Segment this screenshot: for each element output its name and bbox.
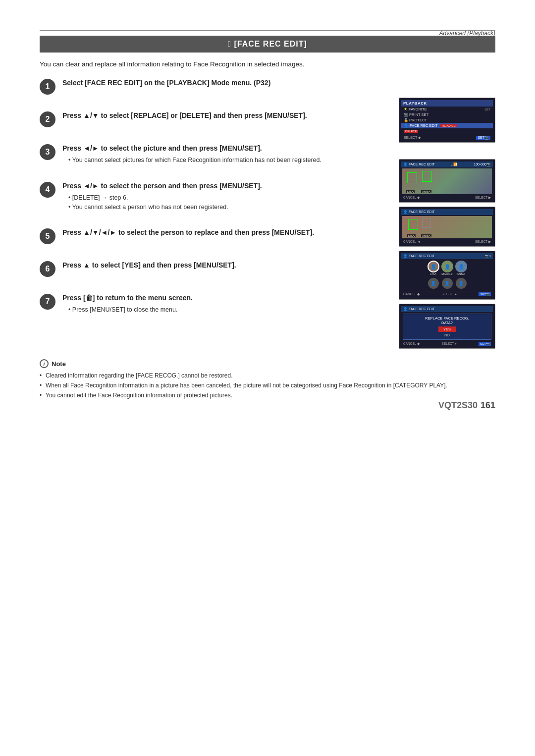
step-number-1: 1	[40, 79, 55, 95]
step-5: 5 Press ▲/▼/◄/► to select the person to …	[40, 227, 394, 244]
section-label: Advanced (Playback)	[439, 30, 495, 37]
step-number-4: 4	[40, 182, 55, 198]
screen-playback-menu: PLAYBACK ★ FAVORITE SET 📷 PRINT SET 🔒 PR…	[399, 98, 495, 143]
step-3: 3 Press ◄/► to select the picture and th…	[40, 143, 394, 165]
page-footer: VQT2S30161	[438, 400, 495, 411]
intro-text: You can clear and replace all informatio…	[40, 60, 495, 68]
screen-face-rec-person: 👤 FACE REC EDIT LISA ANNA CANCEL ◄ SELEC…	[399, 207, 495, 247]
step-6: 6 Press ▲ to select [YES] and then press…	[40, 260, 394, 277]
note-3: You cannot edit the Face Recognition inf…	[40, 391, 495, 400]
step-1-text: Select [FACE REC EDIT] on the [PLAYBACK]…	[62, 78, 389, 88]
step-7-text: Press [🗑] to return to the menu screen.	[62, 293, 389, 303]
screen-face-rec-confirm: 👤 FACE REC EDIT REPLACE FACE RECOG.DATA?…	[399, 304, 495, 349]
step-3-text: Press ◄/► to select the picture and then…	[62, 143, 389, 154]
step-2: 2 Press ▲/▼ to select [REPLACE] or [DELE…	[40, 110, 394, 127]
section-title:  [FACE REC EDIT]	[40, 36, 495, 53]
step-number-2: 2	[40, 111, 55, 127]
step-4: 4 Press ◄/► to select the person and the…	[40, 181, 394, 212]
step-7: 7 Press [🗑] to return to the menu screen…	[40, 293, 394, 315]
vqt-label: VQT2S30	[438, 400, 478, 410]
step-4-sub2: • You cannot select a person who has not…	[68, 203, 389, 212]
note-2: When all Face Recognition information in…	[40, 381, 495, 390]
step-3-sub: • You cannot select pictures for which F…	[68, 156, 389, 165]
step-7-sub: • Press [MENU/SET] to close the menu.	[68, 305, 389, 315]
note-section: i Note Cleared information regarding the…	[40, 354, 495, 400]
step-4-sub1: • [DELETE] → step 6.	[68, 193, 389, 203]
page-number: 161	[481, 400, 495, 410]
step-1: 1 Select [FACE REC EDIT] on the [PLAYBAC…	[40, 78, 394, 95]
note-1: Cleared information regarding the [FACE …	[40, 371, 495, 380]
screen-mockups: PLAYBACK ★ FAVORITE SET 📷 PRINT SET 🔒 PR…	[399, 78, 495, 349]
step-number-7: 7	[40, 294, 55, 310]
note-icon: i	[40, 359, 49, 368]
step-2-text: Press ▲/▼ to select [REPLACE] or [DELETE…	[62, 110, 389, 121]
step-number-6: 6	[40, 261, 55, 277]
step-7-press-label: Press	[72, 306, 88, 313]
screen-face-rec-picture: 👤 FACE REC EDIT L 📶 100-000📷 LISA ANNA C…	[399, 159, 495, 203]
step-6-text: Press ▲ to select [YES] and then press […	[62, 260, 389, 270]
screen-face-rec-replace-grid: 👤 FACE REC EDIT 📷 3 👤 LISA 👤 MA	[399, 251, 495, 300]
note-label: Note	[52, 360, 66, 368]
step-4-text: Press ◄/► to select the person and then …	[62, 181, 389, 191]
step-number-5: 5	[40, 228, 55, 244]
step-number-3: 3	[40, 144, 55, 160]
step-5-text: Press ▲/▼/◄/► to select the person to re…	[62, 227, 389, 238]
